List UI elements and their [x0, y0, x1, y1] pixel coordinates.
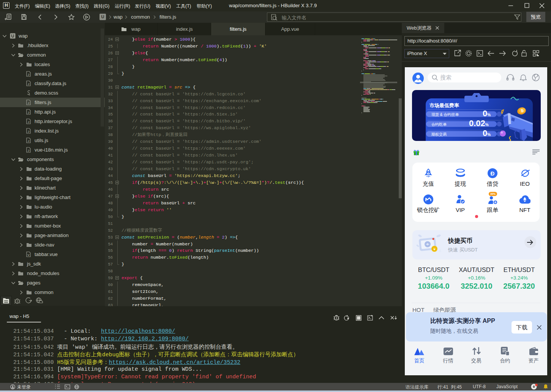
- svg-text:J: J: [28, 111, 29, 114]
- svg-text:J: J: [28, 120, 29, 124]
- svg-text:Đ: Đ: [491, 170, 495, 177]
- svg-text:U: U: [101, 14, 104, 19]
- svg-text:30%: 30%: [490, 193, 496, 195]
- svg-text:J: J: [28, 82, 29, 86]
- svg-text:J: J: [28, 149, 29, 152]
- svg-text:¥: ¥: [434, 248, 436, 251]
- svg-text:J: J: [28, 130, 29, 133]
- svg-text:V: V: [27, 253, 30, 257]
- svg-text:J: J: [28, 73, 29, 76]
- svg-text:J: J: [28, 139, 29, 143]
- svg-text:J: J: [28, 101, 29, 105]
